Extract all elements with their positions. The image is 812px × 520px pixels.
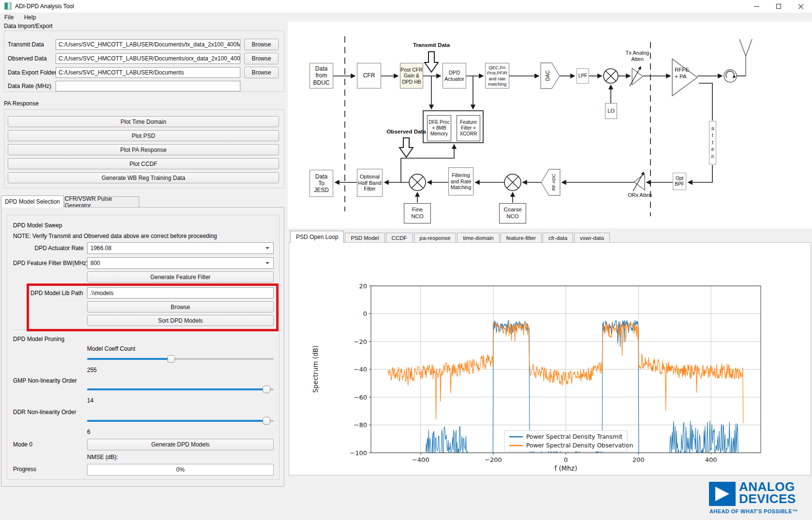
close-button[interactable] [790,0,812,13]
minimize-button[interactable] [745,0,768,13]
dpd-model-sweep-title: DPD Model Sweep [13,222,62,229]
psd-chart: −400−2000200400200−20−40−60−80−100 f (Mh… [289,242,811,475]
legend-observation: Power Spectral Density Observation [526,442,633,449]
tab-cfr-data[interactable]: cfr-data [543,233,573,243]
plot-time-domain-button[interactable]: Plot Time Domain [8,116,279,127]
block-qec: QEC,PA Prot,PFIR and rate matching [485,63,509,89]
logo-devices: DEVICES [739,493,796,505]
transmit-data-callout: Transmit Data [404,42,459,49]
generate-wb-reg-button[interactable]: Generate WB Reg Training Data [8,172,279,183]
tab-psd-open-loop[interactable]: PSD Open Loop [290,231,344,243]
progress-bar: 0% [87,464,274,475]
block-coarse-nco: Coarse NCO [499,203,526,223]
tab-cfr-vswr-pulse-generator[interactable]: CFR/VSWR Pulse Generator [64,196,139,208]
tab-feature-filter[interactable]: feature-filter [501,233,542,243]
section-pa-response: PA Response [4,100,39,107]
slider-thumb[interactable] [167,355,175,363]
svg-text:400: 400 [705,456,717,463]
svg-text:−20: −20 [354,338,367,345]
block-opt-bpf: Opt BPF [673,173,686,190]
tab-vswr-data[interactable]: vswr-data [574,233,610,243]
coeff-count-slider[interactable] [87,355,274,363]
progress-label: Progress [13,466,36,473]
lib-path-label: DPD Model Lib Path [30,290,83,297]
ddr-order-slider[interactable] [87,417,274,425]
generate-dpd-models-button[interactable]: Generate DPD Models [87,439,274,450]
svg-text:−60: −60 [354,394,367,401]
lib-path-input[interactable]: .\\models [87,287,274,298]
gmp-order-slider[interactable] [87,386,274,393]
chevron-down-icon [266,247,269,251]
svg-text:−100: −100 [350,449,367,457]
sort-dpd-models-button[interactable]: Sort DPD Models [87,315,274,326]
svg-text:20: 20 [359,282,367,290]
feature-bw-label: DPD Feature Filter BW(MHz) [13,260,88,267]
lib-path-browse-button[interactable]: Browse [87,301,274,312]
maximize-icon [776,4,781,9]
tab-time-domain[interactable]: time-domain [457,233,499,243]
menu-file[interactable]: File [0,13,18,23]
block-filtering-rate-matching: Filtering and Rate Matching [448,167,473,195]
chevron-down-icon [266,262,269,266]
svg-text:200: 200 [633,456,645,463]
svg-text:−40: −40 [354,366,367,373]
observed-data-input[interactable]: C:/Users/SVC_HMCOTT_LABUSER/Documents/or… [56,53,240,64]
slider-thumb[interactable] [263,417,270,425]
block-cfr: CFR [357,63,381,89]
slider-thumb[interactable] [263,386,270,393]
menu-help[interactable]: Help [20,13,41,23]
nmse-label: NMSE (dB): [87,454,118,461]
orx-atten-label: ORx Atten [623,192,656,198]
analog-devices-logo: ANALOG DEVICES AHEAD OF WHAT'S POSSIBLE™ [707,480,811,519]
gmp-order-label: GMP Non-linearity Order [13,377,77,384]
plot-ccdf-button[interactable]: Plot CCDF [8,158,279,169]
generate-feature-filter-button[interactable]: Generate Feature Filter [87,271,274,282]
window-title: ADI-DPD Analysis Tool [15,3,74,10]
tab-psd-model[interactable]: PSD Model [345,233,384,243]
data-rate-input[interactable] [56,81,240,91]
rffe-pa-label: RFFE + PA [673,67,694,80]
minimize-icon [754,6,759,7]
svg-text:−200: −200 [485,456,502,463]
svg-text:0: 0 [363,310,367,317]
coeff-count-label: Model Coeff Count [87,345,135,352]
block-lo: LO [605,103,617,119]
data-export-folder-label: Data Export Folder [8,69,57,76]
maximize-button[interactable] [768,0,790,13]
legend: Power Spectral Density Transmit Power Sp… [504,431,633,451]
block-dfe-proc: DFE Proc + 8MB Memory [427,115,451,141]
dac-label: DAC [541,63,554,89]
coeff-count-value: 255 [87,367,97,373]
block-fine-nco: Fine NCO [404,203,431,223]
tab-dpd-model-selection[interactable]: DPD Model Selection [1,195,64,208]
data-export-folder-input[interactable]: C:/Users/SVC_HMCOTT_LABUSER/Documents [56,67,240,78]
transmit-data-browse-button[interactable]: Browse [244,39,279,50]
plot-tab-bar: PSD Open Loop PSD Model CCDF pa-response… [290,231,611,243]
tab-pa-response[interactable]: pa-response [414,233,457,243]
dpd-sweep-note: NOTE: Verify Transmit and Observed data … [13,233,217,239]
plot-pa-response-button[interactable]: Plot PA Response [8,144,279,155]
block-half-band-filter: Optional Half Band Filter [357,169,383,197]
observed-data-browse-button[interactable]: Browse [244,53,279,64]
dpd-model-pruning-title: DPD Model Pruning [13,336,64,342]
block-post-cfr: Post CFR Gain & DPD HB [400,63,423,89]
block-atten: a t t e n [709,121,716,164]
transmit-data-input[interactable]: C:/Users/SVC_HMCOTT_LABUSER/Documents/tx… [56,39,240,50]
actuator-rate-combo[interactable]: 1966.08 [87,242,274,254]
block-lpf: LPF [576,68,589,84]
rf-adc-label: RF ADC [547,169,560,195]
menu-bar: File Help [0,13,812,23]
ddr-order-value: 6 [87,429,90,435]
app-icon [4,2,12,10]
data-rate-label: Data Rate (MHz) [8,83,51,89]
feature-bw-combo[interactable]: 800 [87,257,274,269]
title-bar: ADI-DPD Analysis Tool [0,0,812,13]
gmp-order-value: 14 [87,397,93,404]
svg-text:0: 0 [564,456,568,463]
legend-transmit: Power Spectral Density Transmit [526,433,622,440]
svg-text:−80: −80 [354,421,367,429]
observed-data-label: Observed Data [8,55,47,62]
tab-ccdf[interactable]: CCDF [386,233,413,243]
data-export-browse-button[interactable]: Browse [244,67,279,78]
plot-psd-button[interactable]: Plot PSD [8,130,279,141]
